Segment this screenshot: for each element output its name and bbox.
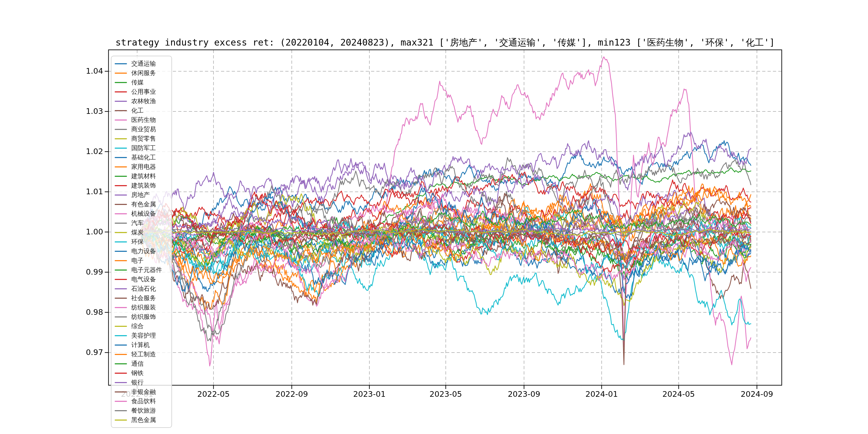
legend-label: 食品饮料 [131, 397, 156, 405]
legend-item: 交通运输 [115, 59, 172, 68]
legend-label: 银行 [131, 378, 144, 386]
legend-label: 汽车 [131, 219, 144, 227]
legend-label: 电子元器件 [131, 266, 162, 274]
y-tick-label: 0.99 [71, 267, 103, 277]
legend-label: 建筑装饰 [131, 181, 156, 190]
legend-label: 餐饮旅游 [131, 406, 156, 415]
legend-item: 医药生物 [115, 115, 172, 125]
legend-item: 汽车 [115, 218, 172, 228]
legend-item: 美容护理 [115, 331, 172, 340]
legend-item: 纺织服装 [115, 303, 172, 312]
legend-item: 石油石化 [115, 284, 172, 293]
legend-item: 建筑装饰 [115, 181, 172, 190]
legend-line-swatch [115, 251, 127, 252]
legend-label: 机械设备 [131, 210, 156, 218]
legend-item: 农林牧渔 [115, 96, 172, 106]
legend-label: 环保 [131, 238, 144, 246]
legend-item: 通信 [115, 359, 172, 368]
legend-label: 房地产 [131, 191, 150, 199]
legend-item: 综合 [115, 321, 172, 331]
legend-label: 纺织服装 [131, 303, 156, 312]
legend-label: 化工 [131, 106, 144, 115]
legend-item: 电子 [115, 256, 172, 265]
legend-item: 商贸零售 [115, 134, 172, 143]
legend-item: 非银金融 [115, 387, 172, 397]
legend-label: 基础化工 [131, 153, 156, 161]
y-tick-label: 1.02 [71, 147, 103, 156]
legend-label: 黑色金属 [131, 416, 156, 424]
legend-item: 餐饮旅游 [115, 406, 172, 415]
legend-item: 休闲服务 [115, 68, 172, 78]
legend-line-swatch [115, 91, 127, 92]
y-tick-label: 1.03 [71, 106, 103, 116]
legend-label: 电子 [131, 256, 144, 265]
legend-line-swatch [115, 72, 127, 74]
figure: 0.970.980.991.001.011.021.031.042022-012… [0, 0, 868, 434]
legend-label: 综合 [131, 322, 144, 330]
legend-item: 建筑材料 [115, 172, 172, 181]
legend-label: 国防军工 [131, 144, 156, 152]
y-tick-label: 1.01 [71, 187, 103, 196]
legend-line-swatch [115, 354, 127, 355]
legend-line-swatch [115, 157, 127, 158]
legend-label: 美容护理 [131, 331, 156, 340]
legend-item: 纺织服饰 [115, 312, 172, 321]
legend-line-swatch [115, 316, 127, 317]
legend-item: 基础化工 [115, 153, 172, 162]
legend-line-swatch [115, 298, 127, 299]
legend-label: 钢铁 [131, 369, 144, 377]
legend-label: 农林牧渔 [131, 97, 156, 105]
legend-line-swatch [115, 241, 127, 243]
y-tick-label: 0.97 [71, 348, 103, 357]
legend-item: 传媒 [115, 78, 172, 87]
legend-line-swatch [115, 82, 127, 83]
legend-label: 传媒 [131, 78, 144, 87]
legend-line-swatch [115, 392, 127, 393]
legend-label: 有色金属 [131, 200, 156, 209]
legend-line-swatch [115, 101, 127, 102]
legend-line-swatch [115, 401, 127, 402]
legend-label: 建筑材料 [131, 172, 156, 180]
legend-line-swatch [115, 129, 127, 130]
legend-item: 国防军工 [115, 143, 172, 153]
legend-line-swatch [115, 335, 127, 336]
legend-item: 商业贸易 [115, 125, 172, 134]
x-tick-label: 2023-09 [495, 390, 554, 399]
legend-line-swatch [115, 223, 127, 224]
legend-item: 家用电器 [115, 162, 172, 172]
legend-line-swatch [115, 63, 127, 64]
legend-label: 商业贸易 [131, 125, 156, 133]
legend-item: 有色金属 [115, 199, 172, 209]
y-tick-label: 1.04 [71, 66, 103, 75]
legend-line-swatch [115, 232, 127, 233]
legend-line-swatch [115, 410, 127, 411]
legend-line-swatch [115, 166, 127, 167]
legend-label: 家用电器 [131, 163, 156, 171]
legend-item: 环保 [115, 237, 172, 246]
legend-item: 计算机 [115, 340, 172, 350]
legend-line-swatch [115, 120, 127, 121]
legend-label: 电力设备 [131, 247, 156, 255]
legend-label: 医药生物 [131, 116, 156, 124]
legend-item: 化工 [115, 106, 172, 115]
legend-label: 交通运输 [131, 60, 156, 68]
x-tick-label: 2023-05 [416, 390, 475, 399]
legend-label: 社会服务 [131, 294, 156, 302]
legend-line-swatch [115, 326, 127, 327]
legend-line-swatch [115, 176, 127, 177]
legend-line-swatch [115, 138, 127, 139]
legend-item: 电子元器件 [115, 265, 172, 275]
legend-item: 银行 [115, 378, 172, 387]
legend-item: 煤炭 [115, 228, 172, 237]
legend-label: 公用事业 [131, 88, 156, 96]
legend-label: 通信 [131, 360, 144, 368]
legend-line-swatch [115, 279, 127, 280]
legend-line-swatch [115, 270, 127, 271]
legend-line-swatch [115, 148, 127, 149]
legend-line-swatch [115, 307, 127, 308]
x-tick-label: 2024-05 [649, 390, 708, 399]
legend-line-swatch [115, 185, 127, 186]
legend-label: 计算机 [131, 341, 150, 349]
legend-line-swatch [115, 260, 127, 261]
legend-item: 机械设备 [115, 209, 172, 218]
